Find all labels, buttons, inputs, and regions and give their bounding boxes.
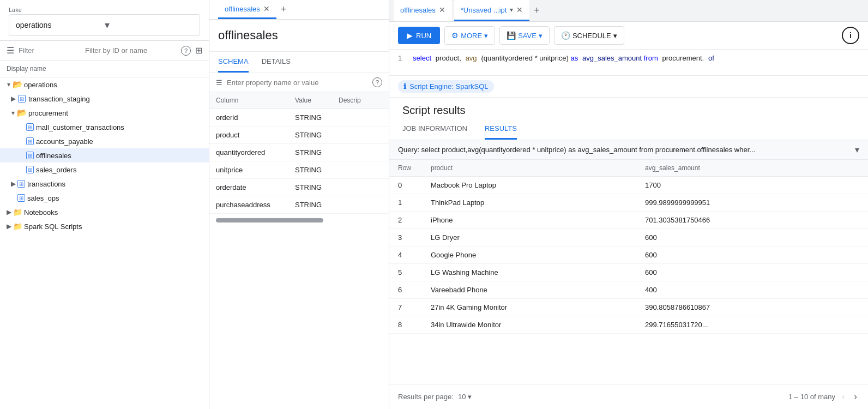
tree-item-sales-orders[interactable]: ▶ ⊞ sales_orders [0, 163, 209, 177]
results-tabs: JOB INFORMATION RESULTS [389, 119, 868, 140]
table-icon-offlinesales: ⊞ [26, 152, 34, 159]
tab-right-unsaved[interactable]: *Unsaved ...ipt ▾ ✕ [454, 0, 530, 21]
table-icon-transaction-staging: ⊞ [17, 94, 26, 103]
schema-cell-orderdate-val: STRING [295, 183, 339, 191]
results-col-avg: avg_sales_amount [645, 164, 859, 172]
tree-item-sales-ops[interactable]: ▶ ⊞ sales_ops [0, 191, 209, 205]
save-button[interactable]: 💾 SAVE ▾ [499, 26, 550, 45]
tree-label-accounts-payable: accounts_payable [36, 137, 93, 146]
lake-dropdown[interactable]: operations ▾ [9, 14, 200, 36]
horizontal-scrollbar[interactable] [216, 218, 323, 222]
tab-offlinesales[interactable]: offlinesales ✕ [218, 0, 276, 19]
schema-cell-product-desc [339, 131, 382, 139]
run-button[interactable]: ▶ RUN [398, 27, 440, 44]
clock-icon: 🕐 [561, 31, 570, 40]
tree-item-spark-sql-scripts[interactable]: ▶ 📁 Spark SQL Scripts [0, 219, 209, 233]
cell-avg-2: 701.3035381750466 [645, 216, 859, 224]
tree-item-transaction-staging[interactable]: ▶ ⊞ transaction_staging [0, 92, 209, 106]
help-icon[interactable]: ? [181, 46, 191, 56]
code-alias: avg_sales_amount [582, 54, 644, 62]
filter-bar: ☰ Filter ? ⊞ [0, 41, 209, 61]
schema-cell-product-col: product [216, 131, 295, 139]
tab-right-offlinesales-close-icon[interactable]: ✕ [439, 5, 445, 14]
middle-panel: offlinesales ✕ + offlinesales SCHEMA DET… [209, 0, 389, 409]
schema-col-header-value: Value [295, 97, 339, 104]
folder-icon-transactions: ⊞ [17, 180, 25, 188]
schema-cell-orderid-desc [339, 113, 382, 122]
next-page-button[interactable]: › [852, 389, 859, 405]
tab-offlinesales-close-icon[interactable]: ✕ [263, 4, 270, 13]
schema-help-icon[interactable]: ? [372, 77, 382, 87]
script-results-title: Script results [389, 98, 868, 119]
tab-right-unsaved-down-icon[interactable]: ▾ [510, 6, 513, 14]
per-page-select[interactable]: 10 ▾ [458, 393, 472, 401]
chevron-down-icon: ▾ [105, 19, 194, 31]
tree-item-transactions[interactable]: ▶ ⊞ transactions [0, 177, 209, 191]
tree-item-notebooks[interactable]: ▶ 📁 Notebooks [0, 205, 209, 219]
tree-label-procurement: procurement [28, 109, 68, 117]
query-text: Query: select product,avg(quantityordere… [398, 146, 855, 154]
cell-row-1: 1 [398, 199, 431, 207]
table-row: 2 iPhone 701.3035381750466 [389, 212, 868, 229]
tree-item-procurement[interactable]: ▾ 📂 procurement [0, 106, 209, 120]
filter-actions: ? ⊞ [181, 45, 202, 56]
script-engine-bar: ℹ Script Engine: SparkSQL [389, 76, 868, 98]
gear-icon: ⚙ [451, 31, 459, 40]
cell-product-8: 34in Ultrawide Monitor [431, 321, 645, 329]
tab-right-unsaved-close-icon[interactable]: ✕ [516, 5, 523, 14]
cell-product-4: Google Phone [431, 251, 645, 259]
tree-item-offlinesales[interactable]: ▶ ⊞ offlinesales [0, 148, 209, 163]
right-panel: offlinesales ✕ *Unsaved ...ipt ▾ ✕ + ▶ R… [389, 0, 868, 409]
tree-item-accounts-payable[interactable]: ▶ ⊞ accounts_payable [0, 134, 209, 148]
tree-item-operations[interactable]: ▾ 📂 operations [0, 77, 209, 92]
more-button[interactable]: ⚙ MORE ▾ [444, 26, 495, 45]
folder-open-icon: 📂 [13, 80, 22, 89]
code-editor[interactable]: 1 select product, avg (quantityordered *… [389, 50, 868, 76]
cell-row-0: 0 [398, 181, 431, 189]
schema-cell-unitprice-desc [339, 166, 382, 174]
results-col-row: Row [398, 164, 431, 172]
tab-results[interactable]: RESULTS [485, 119, 517, 140]
schema-row-product: product STRING [209, 127, 389, 144]
schema-add-tab-button[interactable]: + [279, 2, 289, 17]
lake-label: Lake [9, 7, 200, 13]
script-results-panel: Script results JOB INFORMATION RESULTS Q… [389, 98, 868, 409]
editor-add-tab-button[interactable]: + [532, 3, 542, 19]
tab-right-offlinesales[interactable]: offlinesales ✕ [394, 0, 452, 21]
tab-schema[interactable]: SCHEMA [218, 52, 249, 73]
save-icon: 💾 [507, 31, 516, 40]
results-col-product: product [431, 164, 645, 172]
schedule-chevron-icon: ▾ [613, 32, 617, 40]
schema-row-orderid: orderid STRING [209, 109, 389, 127]
engine-text: Script Engine: SparkSQL [409, 82, 489, 91]
schema-filter: ☰ ? [209, 73, 389, 92]
filter-label: Filter [19, 46, 81, 55]
schema-cell-orderid-val: STRING [295, 113, 339, 122]
filter-icon: ☰ [7, 45, 14, 56]
filter-input[interactable] [85, 46, 177, 55]
schema-cell-purchaseaddress-col: purchaseaddress [216, 201, 295, 209]
info-button[interactable]: i [842, 27, 859, 44]
query-expand-icon[interactable]: ▾ [855, 145, 859, 155]
columns-icon[interactable]: ⊞ [195, 45, 202, 56]
results-table-header: Row product avg_sales_amount [389, 160, 868, 177]
tree-view: ▾ 📂 operations ▶ ⊞ transaction_staging ▾… [0, 77, 209, 409]
run-label: RUN [416, 32, 431, 40]
table-row: 7 27in 4K Gaming Monitor 390.80587866108… [389, 299, 868, 316]
schedule-button[interactable]: 🕐 SCHEDULE ▾ [554, 26, 624, 45]
schema-filter-input[interactable] [227, 79, 368, 87]
tree-item-mall-customer[interactable]: ▶ ⊞ mall_customer_transactions [0, 120, 209, 134]
schedule-label: SCHEDULE [572, 32, 611, 40]
tab-job-information[interactable]: JOB INFORMATION [402, 119, 467, 140]
schema-cell-purchaseaddress-desc [339, 201, 382, 209]
editor-toolbar: ▶ RUN ⚙ MORE ▾ 💾 SAVE ▾ 🕐 SCHEDULE ▾ i [389, 22, 868, 50]
prev-page-button[interactable]: ‹ [840, 389, 847, 405]
tab-offlinesales-label: offlinesales [225, 5, 260, 13]
tab-details[interactable]: DETAILS [262, 52, 291, 73]
schema-cell-orderdate-desc [339, 183, 382, 191]
schema-title: offlinesales [218, 28, 380, 43]
tree-label-transaction-staging: transaction_staging [28, 95, 90, 103]
cell-avg-3: 600 [645, 233, 859, 242]
cell-avg-0: 1700 [645, 181, 859, 189]
schema-cell-orderdate-col: orderdate [216, 183, 295, 191]
